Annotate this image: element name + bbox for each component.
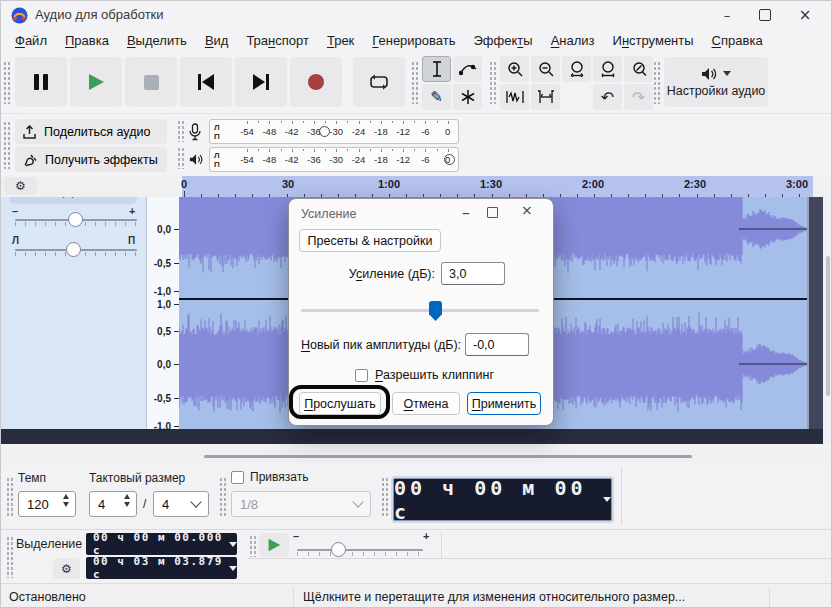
time-signature-lower-select[interactable]: 4: [153, 491, 209, 517]
close-button[interactable]: ×: [785, 1, 825, 29]
grip[interactable]: [3, 61, 10, 104]
status-message: Щёлкните и перетащите для изменения отно…: [303, 590, 685, 604]
vertical-scrollbar[interactable]: [823, 176, 832, 444]
grip[interactable]: [249, 535, 256, 557]
share-audio-button[interactable]: Поделиться аудио: [15, 119, 167, 144]
amplify-dialog[interactable]: Усиление – × Пресеты & настройки Усилени…: [288, 198, 554, 426]
grip[interactable]: [177, 120, 184, 142]
stop-button[interactable]: [125, 57, 177, 107]
meter-scale-label: -48: [262, 126, 276, 137]
menu-item-tracks[interactable]: Трек: [318, 31, 363, 50]
grip[interactable]: [6, 536, 13, 578]
track-control-panel[interactable]: Эффекты – + Л П: [1, 197, 146, 429]
selection-options-button[interactable]: ⚙: [53, 558, 80, 579]
selection-start-display[interactable]: 00 ч 00 м 00.000 с: [86, 533, 237, 555]
minimize-button[interactable]: –: [707, 1, 747, 29]
audio-position-display[interactable]: 00 ч 00 м 00 с: [393, 478, 612, 521]
menu-item-effects[interactable]: Эффекты: [465, 31, 542, 50]
loop-button[interactable]: [353, 57, 405, 107]
snap-checkbox[interactable]: Привязать: [231, 470, 308, 484]
horizontal-scrollbar-thumb[interactable]: [204, 455, 692, 458]
grip[interactable]: [381, 477, 388, 517]
menu-item-tools[interactable]: Инструменты: [604, 31, 703, 50]
dialog-maximize-button[interactable]: [487, 207, 498, 218]
get-effects-button[interactable]: Получить эффекты: [15, 147, 167, 172]
tempo-spinner[interactable]: [59, 494, 73, 507]
gain-slider-thumb[interactable]: [68, 212, 83, 227]
skip-to-end-button[interactable]: [235, 57, 287, 107]
scale-label: -1,0: [154, 421, 171, 432]
amplify-value-input[interactable]: 3,0: [441, 262, 505, 285]
apply-button[interactable]: Применить: [467, 392, 541, 415]
meter-scale-label: -12: [396, 126, 410, 137]
pan-slider-thumb[interactable]: [66, 242, 81, 257]
draw-tool-icon: ✎: [430, 88, 443, 106]
draw-tool-button[interactable]: ✎: [422, 84, 451, 110]
speed-slider-track[interactable]: [297, 549, 423, 551]
tempo-input[interactable]: 120: [18, 491, 76, 517]
silence-selection-button[interactable]: [531, 84, 560, 110]
redo-button[interactable]: ↷: [624, 84, 653, 110]
menu-item-analyze[interactable]: Анализ: [542, 31, 604, 50]
track-empty-region[interactable]: [807, 197, 823, 429]
play-at-speed-button[interactable]: [259, 533, 289, 557]
menu-item-help[interactable]: Справка: [703, 31, 772, 50]
trim-outside-selection-button[interactable]: [500, 84, 529, 110]
amplify-slider-thumb[interactable]: [429, 301, 442, 321]
dialog-minimize-button[interactable]: –: [453, 203, 479, 223]
grip[interactable]: [411, 61, 418, 104]
allow-clipping-checkbox[interactable]: Разрешить клиппинг: [355, 368, 494, 382]
ruler-labels: 0301:001:302:002:303:00: [1, 176, 832, 197]
zoom-out-button[interactable]: [531, 56, 560, 82]
menu-item-file[interactable]: Файл: [6, 31, 56, 50]
envelope-tool-button[interactable]: [453, 56, 482, 82]
effects-button[interactable]: Эффекты: [9, 197, 137, 204]
amplify-slider-track[interactable]: [301, 309, 539, 312]
new-peak-value-input[interactable]: -0,0: [465, 333, 529, 356]
playback-meter[interactable]: ЛП -54-48-42-36-30-24-18-12-60: [209, 147, 459, 172]
multi-tool-button[interactable]: [453, 84, 482, 110]
menu-item-view[interactable]: Вид: [196, 31, 238, 50]
zoom-selection-button[interactable]: [562, 56, 591, 82]
speaker-icon: [701, 67, 718, 81]
cancel-button[interactable]: Отмена: [392, 392, 460, 415]
zoom-in-icon: [507, 61, 523, 77]
grip[interactable]: [6, 477, 13, 517]
zoom-toggle-button[interactable]: [624, 56, 653, 82]
meter-scale-label: -30: [329, 126, 343, 137]
vertical-scale-ruler[interactable]: 0,0-0,5-1,01,00,50,0-0,5-1,0: [146, 197, 179, 429]
dialog-close-button[interactable]: ×: [521, 202, 533, 218]
grip[interactable]: [3, 121, 10, 169]
record-meter-button[interactable]: [189, 121, 207, 143]
time-signature-upper-input[interactable]: 4: [89, 491, 137, 517]
skip-to-start-button[interactable]: [180, 57, 232, 107]
maximize-button[interactable]: [745, 1, 785, 29]
grip[interactable]: [219, 477, 226, 517]
undo-button[interactable]: ↶: [593, 84, 622, 110]
timeline-ruler[interactable]: ⚙ 0301:001:302:002:303:00: [1, 176, 832, 198]
selection-end-display[interactable]: 00 ч 03 м 03.879 с: [86, 557, 237, 579]
grip[interactable]: [177, 147, 184, 169]
horizontal-scrollbar[interactable]: [1, 449, 832, 463]
record-button[interactable]: [290, 57, 342, 107]
menu-item-transport[interactable]: Транспорт: [237, 31, 318, 50]
time-signature-spinner[interactable]: [120, 494, 134, 507]
selection-tool-button[interactable]: [422, 56, 451, 82]
pause-button[interactable]: [15, 57, 67, 107]
grip[interactable]: [653, 61, 660, 104]
menu-item-edit[interactable]: Правка: [56, 31, 118, 50]
speed-slider-thumb[interactable]: [331, 542, 346, 557]
presets-settings-button[interactable]: Пресеты & настройки: [299, 229, 441, 252]
zoom-in-button[interactable]: [500, 56, 529, 82]
zoom-fit-button[interactable]: [593, 56, 622, 82]
skip-to-end-icon: [252, 74, 270, 90]
play-button[interactable]: [70, 57, 122, 107]
menu-item-generate[interactable]: Генерировать: [363, 31, 464, 50]
snap-interval-select[interactable]: 1/8: [231, 491, 371, 517]
recording-meter[interactable]: ЛП -54-48-42-36-30-24-18-12-60: [209, 119, 459, 144]
grip[interactable]: [489, 61, 496, 104]
menu-item-select[interactable]: Выделить: [118, 31, 196, 50]
vertical-scrollbar-thumb[interactable]: [826, 256, 830, 396]
audio-setup-button[interactable]: Настройки аудио: [664, 57, 768, 107]
playback-meter-button[interactable]: [189, 148, 207, 170]
